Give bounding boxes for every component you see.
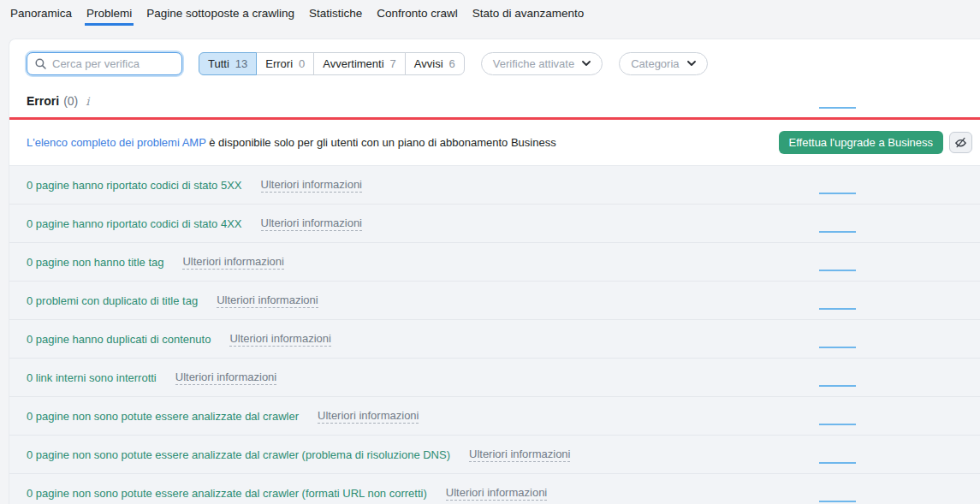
filters-toolbar: Tutti 13 Errori 0 Avvertimenti 7 Avvisi …	[27, 51, 980, 75]
issue-link[interactable]: 0 link interni sono interrotti	[27, 371, 157, 384]
issue-row: 0 link interni sono interrotti Ulteriori…	[9, 359, 980, 397]
issue-row: 0 pagine hanno riportato codici di stato…	[9, 166, 980, 205]
tab-panoramica[interactable]: Panoramica	[9, 7, 74, 26]
issue-link[interactable]: 0 pagine hanno riportato codici di stato…	[27, 179, 242, 192]
tab-stato-avanzamento[interactable]: Stato di avanzamento	[471, 7, 586, 26]
segment-errori[interactable]: Errori 0	[256, 52, 314, 75]
segment-label: Tutti	[208, 57, 229, 70]
issue-row: 0 pagine hanno riportato codici di stato…	[9, 205, 980, 243]
issues-card: Tutti 13 Errori 0 Avvertimenti 7 Avvisi …	[9, 39, 980, 504]
chevron-down-icon	[687, 61, 696, 66]
issue-link[interactable]: 0 pagine non sono potute essere analizza…	[27, 448, 450, 461]
amp-upgrade-banner: L'elenco completo dei problemi AMP è dis…	[9, 120, 980, 166]
issue-row: 0 pagine non sono potute essere analizza…	[9, 436, 980, 474]
more-info-link[interactable]: Ulteriori informazioni	[446, 486, 547, 501]
segment-avvertimenti[interactable]: Avvertimenti 7	[313, 52, 406, 75]
tab-pagine-crawling[interactable]: Pagine sottoposte a crawling	[145, 7, 296, 26]
issue-link[interactable]: 0 pagine hanno duplicati di contenuto	[27, 333, 211, 346]
issue-link[interactable]: 0 pagine non sono potute essere analizza…	[27, 487, 427, 500]
eye-off-icon	[954, 137, 967, 148]
more-info-link[interactable]: Ulteriori informazioni	[217, 294, 318, 308]
severity-segmented-control: Tutti 13 Errori 0 Avvertimenti 7 Avvisi …	[199, 52, 465, 75]
segment-label: Avvertimenti	[323, 57, 383, 70]
issue-row: 0 pagine non hanno title tag Ulteriori i…	[9, 243, 980, 282]
more-info-link[interactable]: Ulteriori informazioni	[261, 178, 362, 193]
tab-statistiche[interactable]: Statistiche	[307, 7, 364, 26]
upgrade-business-button[interactable]: Effettua l'upgrade a Business	[779, 131, 943, 154]
more-info-link[interactable]: Ulteriori informazioni	[175, 371, 276, 385]
issue-row: 0 problemi con duplicato di title tag Ul…	[9, 282, 980, 320]
segment-count: 6	[449, 57, 455, 70]
amp-issues-link[interactable]: L'elenco completo dei problemi AMP	[27, 136, 206, 149]
trend-sparkline	[819, 424, 856, 425]
search-field[interactable]	[27, 52, 182, 75]
segment-count: 13	[235, 57, 247, 70]
banner-rest-text: è disponibile solo per gli utenti con un…	[206, 136, 556, 149]
errors-section-header: Errori (0) i	[27, 94, 980, 109]
more-info-link[interactable]: Ulteriori informazioni	[318, 409, 419, 424]
tab-problemi[interactable]: Problemi	[85, 7, 134, 26]
trend-sparkline	[819, 347, 856, 348]
trend-sparkline	[819, 270, 856, 271]
issue-row: 0 pagine non sono potute essere analizza…	[9, 397, 980, 436]
tab-confronto-crawl[interactable]: Confronto crawl	[375, 7, 460, 26]
trend-sparkline	[819, 501, 856, 502]
issue-link[interactable]: 0 pagine non hanno title tag	[27, 256, 163, 269]
dropdown-categoria[interactable]: Categoria	[619, 52, 707, 75]
chevron-down-icon	[582, 61, 591, 66]
dropdown-label: Verifiche attivate	[493, 57, 574, 70]
issue-row: 0 pagine non sono potute essere analizza…	[9, 474, 980, 504]
issue-row: 0 pagine hanno duplicati di contenuto Ul…	[9, 320, 980, 359]
segment-count: 0	[299, 57, 305, 70]
segment-label: Errori	[265, 57, 293, 70]
trend-sparkline	[819, 308, 856, 310]
section-title: Errori	[27, 94, 59, 108]
segment-avvisi[interactable]: Avvisi 6	[405, 52, 465, 75]
segment-tutti[interactable]: Tutti 13	[199, 52, 257, 75]
issue-link[interactable]: 0 pagine non sono potute essere analizza…	[27, 410, 299, 423]
more-info-link[interactable]: Ulteriori informazioni	[229, 332, 330, 347]
more-info-link[interactable]: Ulteriori informazioni	[261, 216, 362, 231]
search-input[interactable]	[52, 57, 174, 70]
trend-sparkline	[819, 107, 856, 109]
trend-sparkline	[819, 385, 856, 387]
dropdown-verifiche-attivate[interactable]: Verifiche attivate	[481, 52, 603, 75]
issue-link[interactable]: 0 problemi con duplicato di title tag	[27, 294, 198, 307]
info-icon[interactable]: i	[86, 95, 89, 108]
trend-sparkline	[819, 462, 856, 464]
report-tabbar: Panoramica Problemi Pagine sottoposte a …	[0, 0, 980, 27]
trend-sparkline	[819, 231, 856, 233]
dropdown-label: Categoria	[631, 57, 679, 70]
banner-text: L'elenco completo dei problemi AMP è dis…	[27, 136, 556, 149]
more-info-link[interactable]: Ulteriori informazioni	[182, 255, 283, 270]
more-info-link[interactable]: Ulteriori informazioni	[469, 448, 570, 462]
trend-sparkline	[819, 193, 856, 194]
segment-count: 7	[390, 57, 396, 70]
segment-label: Avvisi	[414, 57, 443, 70]
hide-banner-button[interactable]	[949, 132, 972, 153]
search-icon	[35, 58, 46, 69]
section-count: (0)	[63, 94, 78, 108]
issue-link[interactable]: 0 pagine hanno riportato codici di stato…	[27, 217, 242, 230]
